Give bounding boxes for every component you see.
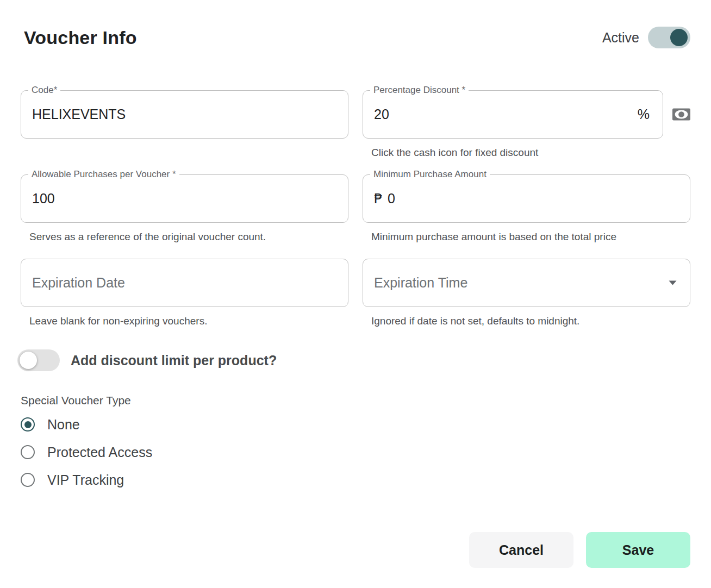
- expiration-date-helper: Leave blank for non-expiring vouchers.: [21, 315, 348, 328]
- active-toggle-label: Active: [602, 30, 639, 46]
- code-cell: Code*: [21, 90, 348, 159]
- allowable-purchases-cell: Allowable Purchases per Voucher * Serves…: [21, 174, 348, 243]
- chevron-down-icon[interactable]: [669, 280, 677, 285]
- expiration-time-field[interactable]: [363, 259, 690, 307]
- percentage-discount-field: Percentage Discount * %: [363, 90, 663, 139]
- save-button[interactable]: Save: [586, 532, 690, 568]
- cash-icon-svg: [672, 108, 690, 121]
- radio-option-protected-access[interactable]: Protected Access: [21, 445, 690, 460]
- discount-limit-row: Add discount limit per product?: [21, 349, 690, 371]
- active-toggle[interactable]: [648, 27, 690, 48]
- allowable-purchases-helper: Serves as a reference of the original vo…: [21, 230, 348, 243]
- radio-option-none[interactable]: None: [21, 417, 690, 432]
- special-voucher-type-group: None Protected Access VIP Tracking: [21, 417, 690, 487]
- allowable-purchases-label: Allowable Purchases per Voucher *: [28, 169, 179, 180]
- cash-icon[interactable]: [672, 108, 690, 121]
- minimum-purchase-input[interactable]: [388, 191, 677, 207]
- minimum-purchase-field: Minimum Purchase Amount ₱: [363, 174, 690, 223]
- code-field: Code*: [21, 90, 348, 139]
- expiration-date-field: [21, 259, 348, 307]
- percentage-discount-cell: Percentage Discount * % Click the cash i…: [363, 90, 690, 159]
- form-actions: Cancel Save: [21, 532, 690, 568]
- active-toggle-group: Active: [602, 27, 690, 48]
- allowable-purchases-input[interactable]: [32, 191, 335, 207]
- expiration-date-cell: Leave blank for non-expiring vouchers.: [21, 259, 348, 328]
- peso-currency-prefix: ₱: [374, 191, 383, 207]
- radio-icon: [21, 473, 35, 487]
- expiration-time-cell: Ignored if date is not set, defaults to …: [363, 259, 690, 328]
- expiration-time-helper: Ignored if date is not set, defaults to …: [363, 315, 690, 328]
- special-voucher-type-label: Special Voucher Type: [21, 394, 690, 407]
- percentage-discount-label: Percentage Discount *: [370, 85, 469, 96]
- field-grid: Code* Percentage Discount * %: [21, 90, 690, 328]
- page-title: Voucher Info: [24, 27, 137, 48]
- toggle-knob: [20, 352, 37, 369]
- discount-limit-label: Add discount limit per product?: [71, 353, 277, 368]
- minimum-purchase-cell: Minimum Purchase Amount ₱ Minimum purcha…: [363, 174, 690, 243]
- code-field-label: Code*: [28, 85, 60, 96]
- expiration-date-input[interactable]: [32, 275, 335, 291]
- radio-icon: [21, 417, 35, 431]
- cancel-button[interactable]: Cancel: [469, 532, 573, 568]
- allowable-purchases-field: Allowable Purchases per Voucher *: [21, 174, 348, 223]
- form-header: Voucher Info Active: [21, 26, 690, 49]
- radio-icon: [21, 445, 35, 459]
- radio-option-vip-tracking[interactable]: VIP Tracking: [21, 472, 690, 487]
- toggle-knob: [670, 29, 688, 46]
- percent-suffix: %: [638, 107, 650, 122]
- discount-limit-toggle[interactable]: [17, 349, 60, 371]
- percentage-discount-input[interactable]: [374, 107, 631, 122]
- expiration-time-input[interactable]: [374, 275, 662, 291]
- code-input[interactable]: [32, 107, 335, 122]
- minimum-purchase-label: Minimum Purchase Amount: [370, 169, 490, 180]
- percentage-discount-helper: Click the cash icon for fixed discount: [363, 146, 690, 159]
- minimum-purchase-helper: Minimum purchase amount is based on the …: [363, 230, 690, 243]
- voucher-info-form: Voucher Info Active Code* Percentage Dis…: [0, 0, 711, 588]
